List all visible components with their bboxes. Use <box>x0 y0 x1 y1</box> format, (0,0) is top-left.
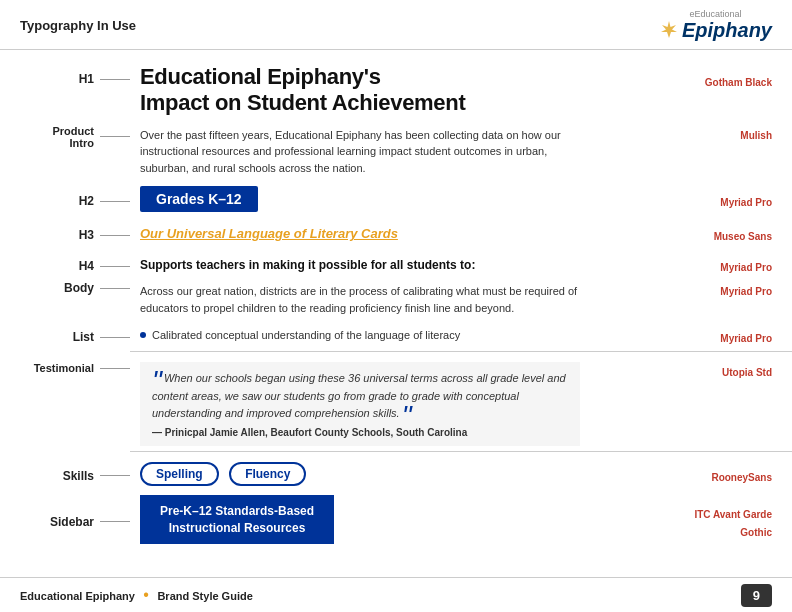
list-item: Calibrated conceptual understanding of t… <box>140 329 682 341</box>
font-col-list: Myriad Pro <box>682 320 772 346</box>
label-h4: H4 <box>39 259 94 273</box>
main-content: H1 Educational Epiphany'sImpact on Stude… <box>0 50 792 577</box>
label-col-h1: H1 <box>20 60 130 86</box>
content-h4: Supports teachers in making it possible … <box>130 251 682 273</box>
row-h2: H2 Grades K–12 Myriad Pro <box>20 182 772 212</box>
label-testimonial: Testimonial <box>34 362 94 374</box>
svg-marker-0 <box>661 21 677 38</box>
h3-text: Our Universal Language of Literary Cards <box>140 226 398 241</box>
row-list: List Calibrated conceptual understanding… <box>20 320 772 346</box>
font-col-body: Myriad Pro <box>682 279 772 299</box>
label-line-product-intro <box>100 136 130 137</box>
footer-page-number: 9 <box>741 584 772 607</box>
font-label-skills: RooneySans <box>711 472 772 483</box>
content-list: Calibrated conceptual understanding of t… <box>130 325 682 341</box>
label-col-h3: H3 <box>20 220 130 242</box>
row-sidebar: Sidebar Pre-K–12 Standards-BasedInstruct… <box>20 491 772 545</box>
footer-separator: • <box>143 586 149 603</box>
divider-top <box>130 351 792 352</box>
content-testimonial: "When our schools began using these 36 u… <box>130 358 682 446</box>
row-h4: H4 Supports teachers in making it possib… <box>20 249 772 275</box>
footer-brand: Educational Epiphany <box>20 590 135 602</box>
h1-text: Educational Epiphany'sImpact on Student … <box>140 64 682 117</box>
logo-main-text: Epiphany <box>682 20 772 40</box>
header: Typography In Use eEducational Epiphany <box>0 0 792 50</box>
divider-bottom <box>130 451 792 452</box>
font-col-testimonial: Utopia Std <box>682 358 772 380</box>
label-col-skills: Skills <box>20 461 130 483</box>
content-h3: Our Universal Language of Literary Cards <box>130 220 682 242</box>
row-h1: H1 Educational Epiphany'sImpact on Stude… <box>20 60 772 117</box>
font-col-h1: Gotham Black <box>682 60 772 90</box>
font-label-product-intro: Mulish <box>740 130 772 141</box>
label-h1: H1 <box>39 72 94 86</box>
font-label-h3: Museo Sans <box>714 231 772 242</box>
font-label-h4: Myriad Pro <box>720 262 772 273</box>
skill-badge-spelling[interactable]: Spelling <box>140 462 219 486</box>
font-col-h3: Museo Sans <box>682 218 772 244</box>
skill-badge-fluency[interactable]: Fluency <box>229 462 306 486</box>
label-col-h4: H4 <box>20 251 130 273</box>
body-text: Across our great nation, districts are i… <box>140 283 580 316</box>
label-h2: H2 <box>39 194 94 208</box>
label-line-skills <box>100 475 130 476</box>
label-product-intro: ProductIntro <box>39 125 94 149</box>
content-product-intro: Over the past fifteen years, Educational… <box>130 123 682 177</box>
label-col-list: List <box>20 322 130 344</box>
row-product-intro: ProductIntro Over the past fifteen years… <box>20 123 772 177</box>
content-skills: Spelling Fluency <box>130 458 682 486</box>
footer: Educational Epiphany • Brand Style Guide… <box>0 577 792 612</box>
footer-left: Educational Epiphany • Brand Style Guide <box>20 586 253 604</box>
label-body: Body <box>39 281 94 295</box>
label-line-h4 <box>100 266 130 267</box>
label-line-h3 <box>100 235 130 236</box>
label-list: List <box>39 330 94 344</box>
label-col-body: Body <box>20 279 130 295</box>
content-h2: Grades K–12 <box>130 182 682 212</box>
label-line-list <box>100 337 130 338</box>
list-bullet-icon <box>140 332 146 338</box>
row-skills: Skills Spelling Fluency RooneySans <box>20 458 772 486</box>
h2-badge: Grades K–12 <box>140 186 258 212</box>
logo-star-icon <box>659 19 679 41</box>
font-col-h2: Myriad Pro <box>682 184 772 210</box>
sidebar-badge: Pre-K–12 Standards-BasedInstructional Re… <box>140 495 334 545</box>
testimonial-text: "When our schools began using these 36 u… <box>152 370 568 423</box>
label-line-h1 <box>100 79 130 80</box>
font-label-h1: Gotham Black <box>705 77 772 88</box>
content-sidebar: Pre-K–12 Standards-BasedInstructional Re… <box>130 491 682 545</box>
font-label-sidebar: ITC Avant Garde Gothic <box>694 509 772 538</box>
font-label-testimonial: Utopia Std <box>722 367 772 378</box>
font-col-skills: RooneySans <box>682 459 772 485</box>
label-sidebar: Sidebar <box>39 515 94 529</box>
row-body: Body Across our great nation, districts … <box>20 279 772 316</box>
testimonial-box: "When our schools began using these 36 u… <box>140 362 580 446</box>
label-h3: H3 <box>39 228 94 242</box>
font-col-h4: Myriad Pro <box>682 249 772 275</box>
list-item-text: Calibrated conceptual understanding of t… <box>152 329 460 341</box>
content-h1: Educational Epiphany'sImpact on Student … <box>130 60 682 117</box>
font-label-list: Myriad Pro <box>720 333 772 344</box>
label-line-body <box>100 288 130 289</box>
row-h3: H3 Our Universal Language of Literary Ca… <box>20 218 772 244</box>
label-line-sidebar <box>100 521 130 522</box>
logo: eEducational Epiphany <box>659 10 772 41</box>
content-body: Across our great nation, districts are i… <box>130 279 682 316</box>
font-label-body: Myriad Pro <box>720 286 772 297</box>
rows-container: H1 Educational Epiphany'sImpact on Stude… <box>20 60 772 577</box>
header-title: Typography In Use <box>20 18 136 33</box>
label-line-testimonial <box>100 368 130 369</box>
label-col-sidebar: Sidebar <box>20 507 130 529</box>
font-col-sidebar: ITC Avant Garde Gothic <box>682 496 772 540</box>
font-label-h2: Myriad Pro <box>720 197 772 208</box>
h4-text: Supports teachers in making it possible … <box>140 258 475 272</box>
testimonial-quote-text: When our schools began using these 36 un… <box>152 372 566 419</box>
footer-guide: Brand Style Guide <box>157 590 252 602</box>
label-col-testimonial: Testimonial <box>20 358 130 374</box>
row-testimonial: Testimonial "When our schools began usin… <box>20 358 772 446</box>
logo-small-text: eEducational <box>689 10 741 19</box>
product-intro-text: Over the past fifteen years, Educational… <box>140 127 580 177</box>
label-col-product-intro: ProductIntro <box>20 123 130 149</box>
label-line-h2 <box>100 201 130 202</box>
testimonial-attribution: — Prinicpal Jamie Allen, Beaufort County… <box>152 427 568 438</box>
